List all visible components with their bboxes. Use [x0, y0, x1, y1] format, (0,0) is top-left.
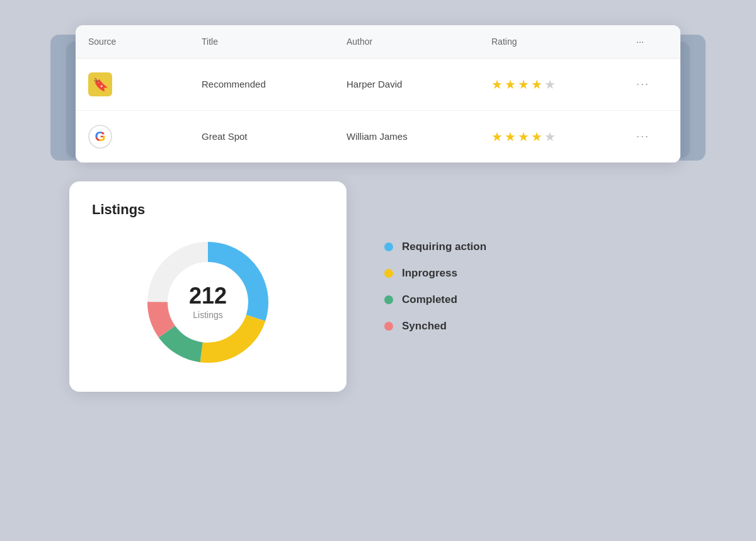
donut-container: 212 Listings: [92, 233, 324, 372]
rating-cell-row2: ★ ★ ★ ★ ★: [479, 115, 624, 158]
source-cell-yelp: 🔖: [76, 59, 189, 110]
star-r2-4: ★: [531, 129, 542, 144]
more-button-row2[interactable]: ···: [636, 130, 650, 143]
table-row: 🔖 Recommended Harper David ★ ★ ★ ★ ★ ···: [76, 59, 680, 111]
donut-center: 212 Listings: [189, 285, 227, 320]
col-author: Author: [334, 25, 479, 58]
donut-label: Listings: [193, 310, 222, 320]
star-5: ★: [544, 77, 556, 92]
star-r2-2: ★: [505, 129, 516, 144]
rating-cell-row1: ★ ★ ★ ★ ★: [479, 63, 624, 106]
legend-dot-synched: [384, 322, 393, 331]
legend-item-inprogress: Inprogress: [384, 267, 486, 280]
author-cell-william: William James: [334, 117, 479, 156]
legend-item-requiring-action: Requiring action: [384, 241, 486, 253]
more-cell-row2[interactable]: ···: [624, 116, 662, 157]
source-cell-google: G: [76, 111, 189, 162]
title-cell-greatspot: Great Spot: [189, 117, 334, 156]
bottom-section: Listings: [32, 181, 724, 392]
legend-dot-inprogress: [384, 269, 393, 278]
col-more-header: ···: [624, 25, 662, 58]
legend-dot-requiring-action: [384, 242, 393, 251]
more-button-row1[interactable]: ···: [636, 77, 650, 91]
chart-card: Listings: [69, 181, 346, 392]
google-icon: G: [88, 125, 112, 149]
col-source: Source: [76, 25, 189, 58]
star-2: ★: [505, 77, 516, 92]
donut-number: 212: [189, 285, 227, 307]
legend-label-requiring-action: Requiring action: [402, 241, 486, 253]
star-3: ★: [518, 77, 529, 92]
scene: Source Title Author Rating ··· 🔖 Recomme…: [32, 25, 724, 516]
table-row-2: G Great Spot William James ★ ★ ★ ★ ★ ···: [76, 111, 680, 162]
star-r2-5: ★: [544, 129, 556, 144]
stars-row2: ★ ★ ★ ★ ★: [491, 129, 611, 144]
more-cell-row1[interactable]: ···: [624, 64, 662, 105]
col-title: Title: [189, 25, 334, 58]
legend-label-inprogress: Inprogress: [402, 267, 457, 280]
chart-title: Listings: [92, 202, 324, 218]
col-rating: Rating: [479, 25, 624, 58]
legend-dot-completed: [384, 295, 393, 304]
legend-item-synched: Synched: [384, 320, 486, 333]
star-r2-1: ★: [491, 129, 503, 144]
title-cell-recommended: Recommended: [189, 65, 334, 103]
stars-row1: ★ ★ ★ ★ ★: [491, 77, 611, 92]
yelp-icon: 🔖: [88, 72, 112, 96]
author-cell-harper: Harper David: [334, 65, 479, 103]
star-4: ★: [531, 77, 542, 92]
star-r2-3: ★: [518, 129, 529, 144]
legend-label-synched: Synched: [402, 320, 447, 333]
legend-item-completed: Completed: [384, 293, 486, 306]
g-letter: G: [94, 128, 105, 145]
legend-label-completed: Completed: [402, 293, 457, 306]
legend: Requiring action Inprogress Completed Sy…: [372, 241, 486, 333]
table-card: Source Title Author Rating ··· 🔖 Recomme…: [76, 25, 680, 162]
star-1: ★: [491, 77, 503, 92]
table-header: Source Title Author Rating ···: [76, 25, 680, 59]
